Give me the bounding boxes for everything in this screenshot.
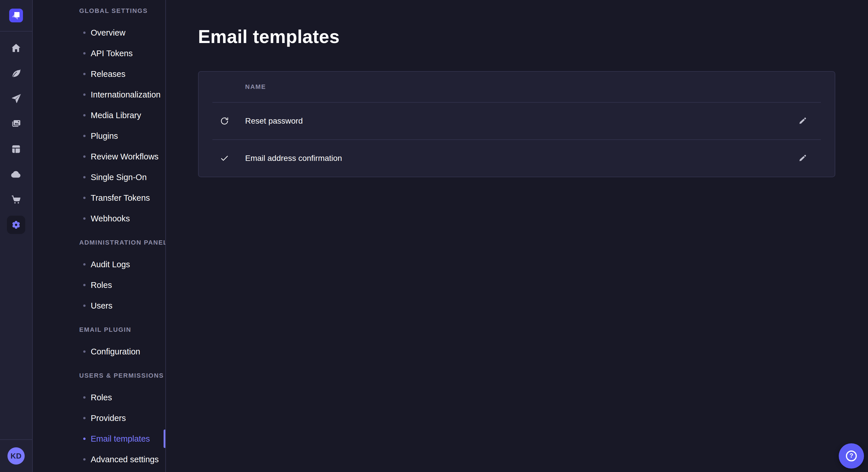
sidebar-item-releases[interactable] <box>0 86 32 111</box>
settings-active-button <box>7 216 25 234</box>
avatar-initials: KD <box>11 452 22 461</box>
cloud-icon <box>10 168 22 180</box>
table-row-email-confirmation[interactable]: Email address confirmation <box>198 140 835 177</box>
bullet-icon <box>83 94 86 96</box>
bullet-icon <box>83 73 86 75</box>
sidebar-item-media-library[interactable] <box>0 111 32 136</box>
sidebar-item-content-type-builder[interactable] <box>0 136 32 162</box>
cart-icon <box>10 194 22 205</box>
bullet-icon <box>83 417 86 419</box>
pencil-icon <box>798 116 807 126</box>
bullet-icon <box>83 458 86 461</box>
layout-icon <box>10 143 22 155</box>
feather-pen-icon <box>10 68 22 79</box>
subnav-item-webhooks[interactable]: Webhooks <box>33 208 165 229</box>
section-users-permissions-plugin: USERS & PERMISSIONS PLUGIN Roles Provide… <box>33 370 165 470</box>
template-name: Email address confirmation <box>245 154 342 163</box>
gear-icon <box>10 219 22 231</box>
subnav-item-internationalization[interactable]: Internationalization <box>33 84 165 105</box>
bullet-icon <box>83 52 86 55</box>
subnav-item-api-tokens[interactable]: API Tokens <box>33 43 165 64</box>
refresh-icon <box>220 116 229 126</box>
bullet-icon <box>83 350 86 353</box>
subnav-item-transfer-tokens[interactable]: Transfer Tokens <box>33 188 165 208</box>
section-email-plugin: EMAIL PLUGIN Configuration <box>33 324 165 362</box>
subnav-item-email-templates[interactable]: Email templates <box>33 429 165 449</box>
bullet-icon <box>83 305 86 307</box>
bullet-icon <box>83 438 86 440</box>
subnav-item-media-library[interactable]: Media Library <box>33 105 165 126</box>
avatar[interactable]: KD <box>7 447 25 465</box>
template-name: Reset password <box>245 116 303 126</box>
bullet-icon <box>83 284 86 286</box>
strapi-logo-icon <box>9 9 23 22</box>
paper-plane-icon <box>10 93 22 104</box>
sidebar-item-home[interactable] <box>0 36 32 61</box>
section-header: ADMINISTRATION PANEL <box>33 237 165 248</box>
page-title: Email templates <box>198 25 835 48</box>
media-library-icon <box>10 118 22 130</box>
bullet-icon <box>83 32 86 34</box>
bullet-icon <box>83 263 86 266</box>
main-content: Email templates NAME Reset password <box>166 0 868 472</box>
edit-email-confirmation-button[interactable] <box>794 149 812 167</box>
bullet-icon <box>83 396 86 399</box>
subnav-item-review-workflows[interactable]: Review Workflows <box>33 146 165 167</box>
strapi-settings-page: KD GLOBAL SETTINGS Overview API Tokens R… <box>0 0 868 472</box>
edit-reset-password-button[interactable] <box>794 112 812 130</box>
section-header: USERS & PERMISSIONS PLUGIN <box>33 370 165 381</box>
main-nav-rail: KD <box>0 0 33 472</box>
settings-subnav: GLOBAL SETTINGS Overview API Tokens Rele… <box>33 0 166 472</box>
table-row-reset-password[interactable]: Reset password <box>198 103 835 139</box>
subnav-item-providers[interactable]: Providers <box>33 408 165 429</box>
subnav-item-audit-logs[interactable]: Audit Logs <box>33 254 165 275</box>
section-header: EMAIL PLUGIN <box>33 324 165 336</box>
bullet-icon <box>83 135 86 137</box>
column-header-name: NAME <box>245 83 266 91</box>
bullet-icon <box>83 217 86 220</box>
section-administration-panel: ADMINISTRATION PANEL Audit Logs Roles Us… <box>33 237 165 316</box>
subnav-item-plugins[interactable]: Plugins <box>33 126 165 146</box>
subnav-item-admin-roles[interactable]: Roles <box>33 275 165 295</box>
rail-icon-nav <box>0 32 32 237</box>
sidebar-item-settings[interactable] <box>0 212 32 237</box>
section-global-settings: GLOBAL SETTINGS Overview API Tokens Rele… <box>33 5 165 229</box>
subnav-item-configuration[interactable]: Configuration <box>33 341 165 362</box>
subnav-item-advanced-settings[interactable]: Advanced settings <box>33 449 165 470</box>
home-icon <box>10 42 22 54</box>
pencil-icon <box>798 154 807 163</box>
help-button[interactable]: ? <box>839 443 864 469</box>
email-templates-table: NAME Reset password <box>198 71 835 177</box>
bullet-icon <box>83 156 86 158</box>
subnav-item-releases[interactable]: Releases <box>33 64 165 84</box>
bullet-icon <box>83 176 86 178</box>
subnav-item-up-roles[interactable]: Roles <box>33 387 165 408</box>
bullet-icon <box>83 114 86 116</box>
subnav-item-admin-users[interactable]: Users <box>33 295 165 316</box>
table-header-row: NAME <box>198 72 835 102</box>
strapi-logo[interactable] <box>9 9 23 22</box>
sidebar-item-marketplace[interactable] <box>0 187 32 212</box>
rail-bottom-divider <box>0 439 32 440</box>
subnav-item-overview[interactable]: Overview <box>33 22 165 43</box>
check-icon <box>220 154 229 163</box>
subnav-item-single-sign-on[interactable]: Single Sign-On <box>33 167 165 188</box>
section-header: GLOBAL SETTINGS <box>33 5 165 16</box>
question-mark-icon: ? <box>846 450 857 461</box>
bullet-icon <box>83 197 86 199</box>
sidebar-item-deploy[interactable] <box>0 162 32 187</box>
sidebar-item-content[interactable] <box>0 61 32 86</box>
